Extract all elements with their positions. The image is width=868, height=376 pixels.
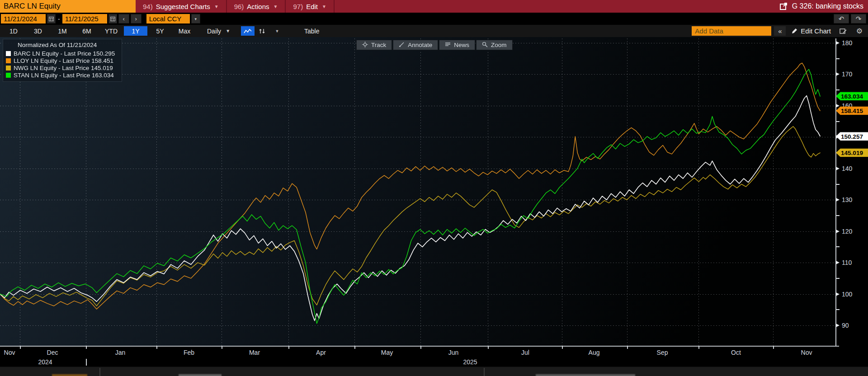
chevron-left-icon: ‹ [123, 15, 125, 22]
add-data-input[interactable] [692, 26, 771, 36]
line-chart-icon [244, 28, 252, 34]
y-axis-tick-arrow [836, 324, 840, 327]
chart-type-dropdown[interactable]: ▼ [270, 26, 283, 36]
price-chart-canvas[interactable] [0, 37, 841, 346]
y-axis-minor-tick [836, 89, 840, 90]
legend-row-lloy[interactable]: LLOY LN Equity - Last Price 158.451 [6, 57, 119, 64]
chevron-down-icon: ▼ [275, 29, 279, 33]
start-date-calendar-icon[interactable] [47, 14, 56, 24]
x-axis-month-label: May [381, 349, 393, 356]
chart-tag-label: G 326: banking stocks [792, 2, 863, 10]
collapse-icon: « [778, 27, 782, 35]
redo-button[interactable]: ↷ [851, 14, 866, 24]
frequency-value: Daily [207, 28, 221, 35]
year-boundary-tick [86, 359, 87, 366]
export-icon[interactable] [779, 2, 788, 10]
menu-item-suggested-charts[interactable]: 94) Suggested Charts ▼ [136, 0, 227, 13]
series-legend-label: BARC LN Equity - Last Price 150.295 [14, 50, 115, 57]
news-button[interactable]: News [439, 40, 475, 50]
legend-row-stan[interactable]: STAN LN Equity - Last Price 163.034 [6, 71, 119, 79]
chevron-down-icon: ▼ [274, 4, 278, 9]
security-ticker-field[interactable] [0, 0, 136, 13]
x-axis-month-label: Feb [184, 349, 194, 356]
legend-row-barc[interactable]: BARC LN Equity - Last Price 150.295 [6, 50, 119, 57]
chart-style-button[interactable] [255, 26, 269, 36]
series-color-swatch [6, 51, 11, 56]
currency-dropdown-button[interactable]: ▾ [191, 14, 200, 24]
y-axis-minor-tick [836, 215, 840, 216]
period-button-1d[interactable]: 1D [2, 26, 25, 36]
x-axis-month-label: Oct [731, 349, 741, 356]
currency-field[interactable]: Local CCY [146, 14, 190, 24]
y-axis-tick-label: 140 [842, 165, 852, 172]
settings-button[interactable]: ⚙ [853, 26, 866, 36]
x-axis-month-label: Jun [448, 349, 459, 356]
x-axis-month-label: Sep [657, 349, 668, 356]
y-axis-tick-label: 180 [842, 39, 852, 47]
line-chart-type-button[interactable] [241, 26, 255, 36]
last-price-tag-nwg: 145.019 [836, 148, 868, 157]
period-button-5y[interactable]: 5Y [148, 26, 172, 36]
chart-tool-label: Zoom [491, 42, 507, 48]
table-button-label: Table [304, 28, 319, 35]
annotate-button[interactable]: Annotate [393, 40, 438, 50]
chart-annotations-toggle[interactable] [836, 26, 850, 36]
period-controls: 1D3D1M6MYTD1Y5YMax Daily ▼ ▼ Table [2, 26, 326, 36]
chart-tools-toolbar: Track Annotate News Zoom [356, 40, 513, 50]
last-price-tag-stan: 163.034 [836, 92, 868, 100]
x-axis-month-label: Mar [249, 349, 260, 356]
x-axis-month-tick [288, 346, 289, 349]
x-axis-year-label: 2025 [463, 358, 477, 366]
period-button-1m[interactable]: 1M [51, 26, 74, 36]
pencil-icon [791, 28, 797, 34]
chart-title-tag[interactable]: G 326: banking stocks [779, 0, 863, 13]
chart-tool-label: Annotate [408, 42, 432, 48]
y-axis-tick-arrow [836, 292, 840, 296]
right-controls: « Edit Chart ⚙ [692, 26, 866, 36]
sort-arrows-icon [259, 28, 266, 34]
y-axis-tick-label: 110 [842, 259, 852, 266]
security-ticker-input[interactable] [0, 0, 136, 13]
y-axis-tick-arrow [836, 72, 840, 76]
start-date-field[interactable]: 11/21/2024 [1, 14, 46, 24]
period-button-1y[interactable]: 1Y [124, 26, 147, 36]
clipped-text-fragment [536, 374, 635, 376]
period-button-ytd[interactable]: YTD [99, 26, 123, 36]
series-color-swatch [6, 66, 11, 70]
track-button[interactable]: Track [356, 40, 392, 50]
y-axis-tick-arrow [836, 198, 840, 202]
undo-button[interactable]: ↶ [834, 14, 849, 24]
legend-row-nwg[interactable]: NWG LN Equity - Last Price 145.019 [6, 64, 119, 71]
series-color-swatch [6, 58, 11, 63]
series-legend-label: NWG LN Equity - Last Price 145.019 [14, 65, 113, 71]
shift-range-forward-button[interactable]: › [131, 14, 142, 24]
y-axis-minor-tick [836, 58, 840, 59]
end-date-calendar-icon[interactable] [108, 14, 117, 24]
chart-plot-area[interactable]: 18017016015014013012011010090163.034158.… [0, 37, 868, 346]
collapse-panel-button[interactable]: « [774, 26, 786, 36]
currency-value: Local CCY [149, 15, 182, 23]
menu-item-actions[interactable]: 96) Actions ▼ [227, 0, 286, 13]
bottom-clipped-panel [0, 366, 868, 376]
series-legend-label: STAN LN Equity - Last Price 163.034 [14, 72, 114, 79]
y-axis-minor-tick [836, 121, 840, 122]
shift-range-back-button[interactable]: ‹ [118, 14, 129, 24]
edit-chart-button[interactable]: Edit Chart [788, 27, 834, 35]
y-axis-tick-label: 130 [842, 196, 852, 203]
panel-divider [484, 368, 485, 376]
x-axis-month-tick [627, 346, 628, 349]
end-date-field[interactable]: 11/21/2025 [62, 14, 107, 24]
period-button-max[interactable]: Max [173, 26, 196, 36]
period-button-6m[interactable]: 6M [75, 26, 99, 36]
top-menu-bar: 94) Suggested Charts ▼ 96) Actions ▼ 97)… [0, 0, 868, 13]
x-axis-month-tick [354, 346, 355, 349]
chevron-down-icon: ▼ [322, 4, 326, 9]
frequency-dropdown[interactable]: Daily ▼ [203, 26, 235, 36]
table-view-button[interactable]: Table [298, 26, 326, 36]
menu-item-label: Edit [306, 3, 318, 10]
date-range-controls: 11/21/2024 - 11/21/2025 ‹ › Local CCY [1, 14, 200, 24]
zoom-button[interactable]: Zoom [476, 40, 513, 50]
news-icon [445, 42, 451, 47]
period-button-3d[interactable]: 3D [26, 26, 50, 36]
menu-item-edit[interactable]: 97) Edit ▼ [286, 0, 334, 13]
